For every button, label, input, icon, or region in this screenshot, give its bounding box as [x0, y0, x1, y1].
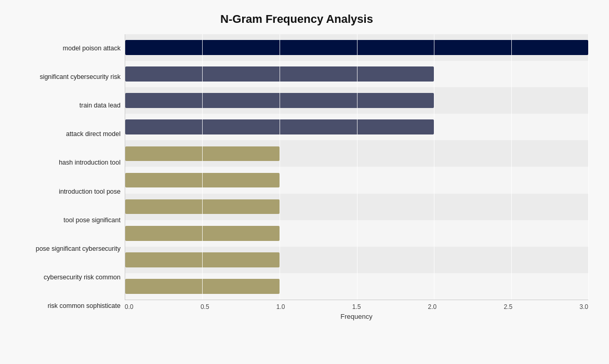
- grid-line: [125, 34, 126, 300]
- y-label: introduction tool pose: [5, 177, 121, 206]
- chart-container: N-Gram Frequency Analysis model poison a…: [0, 0, 609, 364]
- grid-line: [588, 34, 589, 300]
- x-tick-label: 3.0: [579, 303, 588, 311]
- bars-and-xaxis: 0.00.51.01.52.02.53.0 Frequency: [125, 34, 588, 320]
- x-axis-title: Frequency: [125, 313, 588, 320]
- x-tick-label: 2.5: [504, 303, 512, 311]
- chart-title: N-Gram Frequency Analysis: [5, 10, 588, 26]
- y-label: significant cybersecurity risk: [5, 63, 121, 91]
- grid-line: [202, 34, 203, 300]
- y-label: risk common sophisticate: [5, 292, 121, 320]
- grid-line: [511, 34, 512, 300]
- x-tick-label: 0.0: [125, 303, 134, 311]
- y-label: pose significant cybersecurity: [5, 235, 121, 263]
- y-label: cybersecurity risk common: [5, 263, 121, 292]
- y-label: tool pose significant: [5, 206, 121, 235]
- x-tick-label: 2.0: [428, 303, 437, 311]
- y-label: train data lead: [5, 91, 121, 120]
- grid-line: [434, 34, 434, 300]
- chart-area: model poison attacksignificant cybersecu…: [5, 34, 588, 320]
- x-tick-label: 1.0: [276, 303, 285, 311]
- x-tick-label: 0.5: [201, 303, 209, 311]
- y-label: attack direct model: [5, 120, 121, 149]
- grid-line: [357, 34, 358, 300]
- x-tick-label: 1.5: [352, 303, 361, 311]
- y-label: model poison attack: [5, 34, 121, 63]
- bars-wrapper: [125, 34, 588, 300]
- grid-line: [280, 34, 280, 300]
- y-label: hash introduction tool: [5, 149, 121, 177]
- x-axis-labels: 0.00.51.01.52.02.53.0: [125, 300, 588, 311]
- y-axis-labels: model poison attacksignificant cybersecu…: [5, 34, 125, 320]
